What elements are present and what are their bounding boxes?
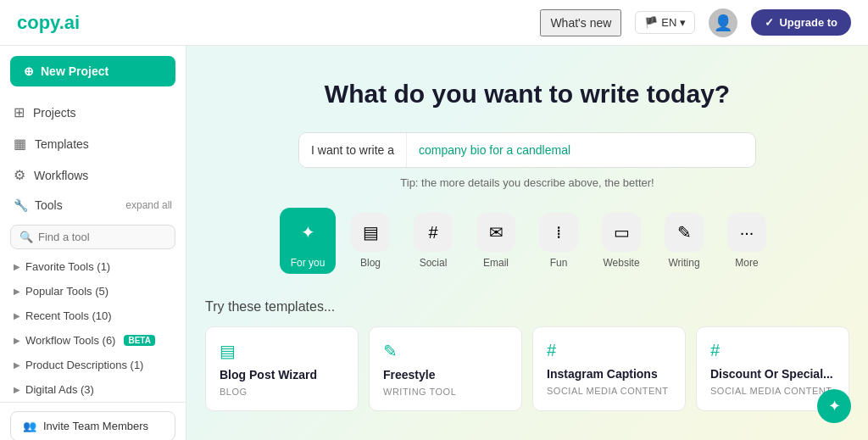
header-right: What's new 🏴 EN ▾ 👤 ✓ Upgrade to [540,8,851,37]
chevron-right-icon: ▶ [14,311,20,320]
template-freestyle-title: Freestyle [383,368,508,382]
plus-icon: ⊕ [24,64,34,78]
email-icon: ✉ [476,213,515,252]
sidebar: ⊕ New Project ⊞ Projects ▦ Templates ⚙ W… [0,46,186,440]
page-title: What do you want to write today? [325,80,730,109]
website-icon: ▭ [602,213,641,252]
writing-label: Writing [668,257,699,269]
projects-icon: ⊞ [14,104,25,120]
lang-text: EN [661,16,676,29]
input-prefix: I want to write a [299,133,407,167]
template-blog-post[interactable]: ▤ Blog Post Wizard BLOG [205,326,359,411]
tools-icon: 🔧 [14,198,28,212]
new-project-label: New Project [41,64,108,78]
social-icon: # [414,213,453,252]
main-content: What do you want to write today? I want … [186,46,868,440]
language-selector[interactable]: 🏴 EN ▾ [635,11,695,34]
digital-ads-label: Digital Ads (3) [25,383,94,396]
tool-search-box: 🔍 [10,225,175,249]
chevron-right-icon: ▶ [14,360,20,370]
for-you-icon: ✦ [288,213,327,252]
chevron-down-icon: ▾ [680,16,686,29]
sidebar-item-templates[interactable]: ▦ Templates [0,128,186,159]
logo: copy.ai [17,12,80,34]
logo-copy: copy [17,12,59,33]
collapsible-workflow-tools[interactable]: ▶ Workflow Tools (6) BETA [0,328,186,353]
product-descriptions-label: Product Descriptions (1) [25,359,143,371]
float-action-button[interactable]: ✦ [817,389,851,423]
collapsible-favorite-tools[interactable]: ▶ Favorite Tools (1) [0,254,186,279]
template-blog-icon: ▤ [220,341,344,361]
workflow-tools-label: Workflow Tools (6) [25,334,115,347]
category-email[interactable]: ✉ Email [468,208,524,274]
category-more[interactable]: ··· More [719,208,775,274]
new-project-button[interactable]: ⊕ New Project [10,56,175,86]
expand-all-link[interactable]: expand all [125,199,172,211]
writing-icon: ✎ [665,213,704,252]
template-blog-title: Blog Post Wizard [220,368,344,382]
template-freestyle[interactable]: ✎ Freestyle WRITING TOOL [369,326,522,411]
sidebar-item-workflows[interactable]: ⚙ Workflows [0,159,186,191]
recent-tools-label: Recent Tools (10) [25,309,112,322]
chevron-right-icon: ▶ [14,262,20,271]
category-writing[interactable]: ✎ Writing [656,208,712,274]
templates-section-title: Try these templates... [205,299,849,315]
blog-label: Blog [360,257,381,269]
logo-ai: ai [64,12,80,33]
sidebar-item-projects[interactable]: ⊞ Projects [0,97,186,128]
templates-label: Templates [35,137,89,151]
float-icon: ✦ [828,397,841,415]
fun-label: Fun [550,257,568,269]
popular-tools-label: Popular Tools (5) [25,285,108,298]
template-instagram-tag: SOCIAL MEDIA CONTENT [547,386,671,396]
chevron-right-icon: ▶ [14,385,20,394]
fun-icon: ⁞ [539,213,578,252]
write-input[interactable] [407,133,755,167]
template-freestyle-tag: WRITING TOOL [383,387,508,397]
whats-new-button[interactable]: What's new [540,9,621,36]
chevron-right-icon: ▶ [14,336,20,345]
layout: ⊕ New Project ⊞ Projects ▦ Templates ⚙ W… [0,46,868,440]
upgrade-label: Upgrade to [779,16,837,29]
invite-team-button[interactable]: 👥 Invite Team Members [10,411,175,440]
write-input-row: I want to write a [298,132,756,168]
website-label: Website [603,257,639,269]
invite-icon: 👥 [23,420,36,432]
category-fun[interactable]: ⁞ Fun [531,208,587,274]
tools-label: Tools [35,198,63,212]
sidebar-bottom: 👥 Invite Team Members JW Justin's Worksp… [0,402,186,440]
template-instagram-title: Instagram Captions [547,367,671,381]
workflows-icon: ⚙ [14,167,25,183]
template-discount-title: Discount Or Special... [710,367,835,381]
tools-header[interactable]: 🔧 Tools expand all [0,191,186,220]
flag-icon: 🏴 [644,16,658,29]
template-freestyle-icon: ✎ [383,341,508,361]
template-instagram-icon: # [547,341,671,360]
category-social[interactable]: # Social [405,208,461,274]
template-instagram[interactable]: # Instagram Captions SOCIAL MEDIA CONTEN… [532,326,686,411]
collapsible-recent-tools[interactable]: ▶ Recent Tools (10) [0,304,186,328]
tool-search-input[interactable] [38,231,181,243]
template-blog-tag: BLOG [220,387,344,397]
projects-label: Projects [33,106,76,120]
for-you-label: For you [291,257,326,269]
collapsible-digital-ads[interactable]: ▶ Digital Ads (3) [0,377,186,402]
upgrade-button[interactable]: ✓ Upgrade to [751,9,851,36]
more-icon: ··· [727,213,766,252]
category-blog[interactable]: ▤ Blog [342,208,398,274]
templates-icon: ▦ [14,136,26,152]
blog-icon: ▤ [351,213,390,252]
user-avatar[interactable]: 👤 [709,8,737,37]
category-website[interactable]: ▭ Website [593,208,649,274]
collapsible-popular-tools[interactable]: ▶ Popular Tools (5) [0,279,186,304]
templates-grid: ▤ Blog Post Wizard BLOG ✎ Freestyle WRIT… [205,326,849,411]
tip-text: Tip: the more details you describe above… [400,176,654,189]
beta-badge: BETA [124,335,154,346]
chevron-right-icon: ▶ [14,287,20,296]
collapsible-product-descriptions[interactable]: ▶ Product Descriptions (1) [0,353,186,377]
social-label: Social [420,257,448,269]
email-label: Email [483,257,509,269]
category-for-you[interactable]: ✦ For you [280,208,336,274]
check-icon: ✓ [765,16,774,29]
workflows-label: Workflows [34,169,88,182]
